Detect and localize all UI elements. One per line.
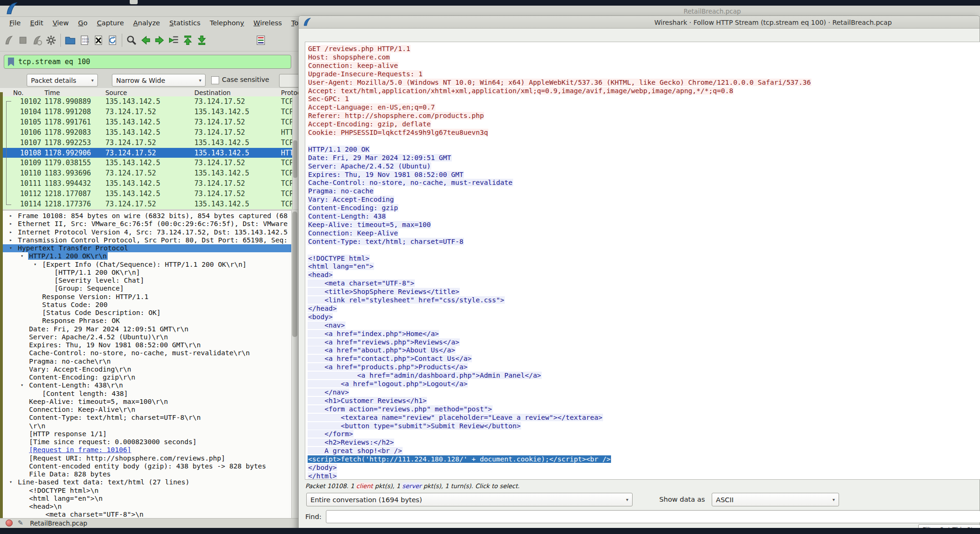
detail-row[interactable]: Cache-Control: no-store, no-cache, must-… xyxy=(28,349,251,357)
column-header-time[interactable]: Time xyxy=(44,89,60,96)
detail-row[interactable]: Expires: Thu, 19 Nov 1981 08:52:00 GMT\r… xyxy=(28,341,202,349)
detail-row[interactable]: [Severity level: Chat] xyxy=(53,277,145,285)
detail-row[interactable]: [Status Code Description: OK] xyxy=(41,309,162,317)
detail-row[interactable]: Connection: Keep-Alive\r\n xyxy=(28,406,136,414)
menu-statistics[interactable]: Statistics xyxy=(165,18,205,28)
go-back-icon[interactable] xyxy=(139,32,153,48)
detail-row[interactable]: [Request in frame: 10106] xyxy=(28,446,132,454)
detail-row[interactable]: File Data: 828 bytes xyxy=(28,470,112,478)
search-charset-select[interactable]: Narrow & Wide▾ xyxy=(112,74,206,87)
detail-row[interactable]: ▾Hypertext Transfer Protocol xyxy=(3,244,291,252)
stream-content[interactable]: GET /reviews.php HTTP/1.1Host: shopspher… xyxy=(305,42,980,480)
menu-telephony[interactable]: Telephony xyxy=(205,18,249,28)
column-header-no[interactable]: No. xyxy=(13,89,23,96)
column-header-destination[interactable]: Destination xyxy=(194,89,230,96)
expand-open-icon[interactable]: ▾ xyxy=(9,245,12,250)
packet-details-pane[interactable]: ▸Frame 10108: 854 bytes on wire (6832 bi… xyxy=(3,210,291,518)
expand-open-icon[interactable]: ▾ xyxy=(34,262,37,267)
find-input[interactable] xyxy=(326,510,980,523)
packet-row-10112[interactable]: 101121218.177087135.143.142.573.124.17.5… xyxy=(0,189,298,199)
capture-comment-icon[interactable]: ✎ xyxy=(18,519,23,527)
detail-row[interactable]: Vary: Accept-Encoding\r\n xyxy=(28,366,132,373)
detail-row[interactable]: <meta charset="UTF-8">\n xyxy=(28,511,144,518)
menu-edit[interactable]: Edit xyxy=(25,18,48,28)
detail-row[interactable]: [HTTP/1.1 200 OK\r\n] xyxy=(53,269,141,277)
conversation-select[interactable]: Entire conversation (1694 bytes)▾ xyxy=(306,493,633,506)
detail-row[interactable]: \r\n xyxy=(28,422,46,430)
detail-row[interactable]: ▸Transmission Control Protocol, Src Port… xyxy=(17,236,288,244)
go-first-icon[interactable] xyxy=(181,32,195,48)
column-header-source[interactable]: Source xyxy=(105,89,127,96)
detail-row[interactable]: [Request URI: http://shopsphere.com/revi… xyxy=(28,454,226,462)
packet-row-10108[interactable]: 101081178.99290673.124.17.52135.143.142.… xyxy=(0,148,298,158)
detail-row[interactable]: <!DOCTYPE html>\n xyxy=(28,487,99,495)
reload-file-icon[interactable] xyxy=(105,32,119,48)
packet-row-10114[interactable]: 101141218.17737673.124.17.52135.143.142.… xyxy=(0,199,298,209)
packet-row-10110[interactable]: 101101183.99369673.124.17.52135.143.142.… xyxy=(0,168,298,178)
detail-row[interactable]: ▸Frame 10108: 854 bytes on wire (6832 bi… xyxy=(17,212,288,220)
detail-row[interactable]: ▾HTTP/1.1 200 OK\r\n xyxy=(28,252,108,260)
menu-wireless[interactable]: Wireless xyxy=(249,18,287,28)
packet-list[interactable]: 101021178.990889135.143.142.573.124.17.5… xyxy=(0,96,298,209)
expand-open-icon[interactable]: ▾ xyxy=(21,253,23,258)
search-type-select[interactable] xyxy=(279,74,299,88)
expand-open-icon[interactable]: ▾ xyxy=(9,479,12,484)
packet-row-10107[interactable]: 101071178.99225373.124.17.52135.143.142.… xyxy=(0,138,298,148)
detail-row[interactable]: Date: Fri, 29 Mar 2024 12:09:51 GMT\r\n xyxy=(28,325,189,333)
expand-closed-icon[interactable]: ▸ xyxy=(9,221,12,226)
go-to-packet-icon[interactable] xyxy=(167,32,181,48)
detail-row[interactable]: Content-encoded entity body (gzip): 438 … xyxy=(28,462,267,470)
detail-row[interactable]: <head>\n xyxy=(28,503,63,511)
bookmark-icon[interactable] xyxy=(8,58,14,66)
expand-closed-icon[interactable]: ▸ xyxy=(9,213,12,218)
case-sensitive-checkbox[interactable] xyxy=(211,76,219,84)
save-file-icon[interactable]: 01011010 xyxy=(77,32,91,48)
packet-row-10111[interactable]: 101111183.994432135.143.142.573.124.17.5… xyxy=(0,178,298,189)
display-filter-input[interactable]: tcp.stream eq 100 xyxy=(4,55,291,69)
wireshark-fin-icon[interactable] xyxy=(2,32,16,48)
detail-row[interactable]: [HTTP response 1/1] xyxy=(28,430,108,438)
go-forward-icon[interactable] xyxy=(153,32,167,48)
capture-options-icon[interactable] xyxy=(44,32,58,48)
go-last-icon[interactable] xyxy=(195,32,209,48)
stop-capture-icon[interactable] xyxy=(16,32,30,48)
menu-go[interactable]: Go xyxy=(74,18,92,28)
detail-row[interactable]: ▾[Expert Info (Chat/Sequence): HTTP/1.1 … xyxy=(41,261,248,269)
expand-closed-icon[interactable]: ▸ xyxy=(9,229,12,234)
packet-row-10104[interactable]: 101041178.99120873.124.17.52135.143.142.… xyxy=(0,107,298,117)
expert-info-icon[interactable] xyxy=(6,519,13,527)
detail-row[interactable]: [Time since request: 0.000823000 seconds… xyxy=(28,438,198,446)
detail-row[interactable]: Pragma: no-cache\r\n xyxy=(28,358,112,366)
detail-row[interactable]: Content-Encoding: gzip\r\n xyxy=(28,373,136,381)
detail-row[interactable]: ▸Internet Protocol Version 4, Src: 73.12… xyxy=(17,228,288,236)
expand-closed-icon[interactable]: ▸ xyxy=(9,237,12,242)
show-data-as-select[interactable]: ASCII▾ xyxy=(712,493,839,506)
packet-list-header[interactable]: No.TimeSourceDestinationProtocol xyxy=(0,88,298,97)
menu-capture[interactable]: Capture xyxy=(92,18,129,28)
open-file-icon[interactable] xyxy=(63,32,77,48)
stream-hint[interactable]: Packet 10108. 1 client pkt(s), 1 server … xyxy=(305,483,520,490)
colorize-packets-icon[interactable] xyxy=(254,32,268,48)
detail-row[interactable]: Response Version: HTTP/1.1 xyxy=(41,293,149,301)
menu-file[interactable]: File xyxy=(5,18,25,28)
menu-view[interactable]: View xyxy=(48,18,73,28)
packet-row-10105[interactable]: 101051178.991761135.143.142.573.124.17.5… xyxy=(0,117,298,127)
search-scope-select[interactable]: Packet details▾ xyxy=(27,74,98,87)
detail-row[interactable]: Content-Type: text/html; charset=UTF-8\r… xyxy=(28,414,202,422)
expand-open-icon[interactable]: ▾ xyxy=(21,382,23,388)
menu-analyze[interactable]: Analyze xyxy=(129,18,165,28)
detail-row[interactable]: Keep-Alive: timeout=5, max=100\r\n xyxy=(28,398,169,406)
detail-row[interactable]: ▸Ethernet II, Src: VMware_6c:76:5f (00:0… xyxy=(17,220,288,228)
detail-row[interactable]: Server: Apache/2.4.52 (Ubuntu)\r\n xyxy=(28,333,169,341)
packet-list-scrollbar-thumb[interactable] xyxy=(293,140,297,178)
close-file-icon[interactable] xyxy=(91,32,105,48)
packet-row-10109[interactable]: 101091179.038155135.143.142.573.124.17.5… xyxy=(0,158,298,168)
restart-capture-icon[interactable] xyxy=(30,32,44,48)
detail-row[interactable]: Response Phrase: OK xyxy=(41,317,121,325)
details-scrollbar-thumb[interactable] xyxy=(292,212,297,337)
find-packet-icon[interactable] xyxy=(125,32,139,48)
detail-row[interactable]: [Content length: 438] xyxy=(41,390,129,398)
detail-row[interactable]: ▾Content-Length: 438\r\n xyxy=(28,381,124,389)
detail-row[interactable]: [Group: Sequence] xyxy=(53,285,125,293)
packet-row-10106[interactable]: 101061178.992083135.143.142.573.124.17.5… xyxy=(0,127,298,138)
